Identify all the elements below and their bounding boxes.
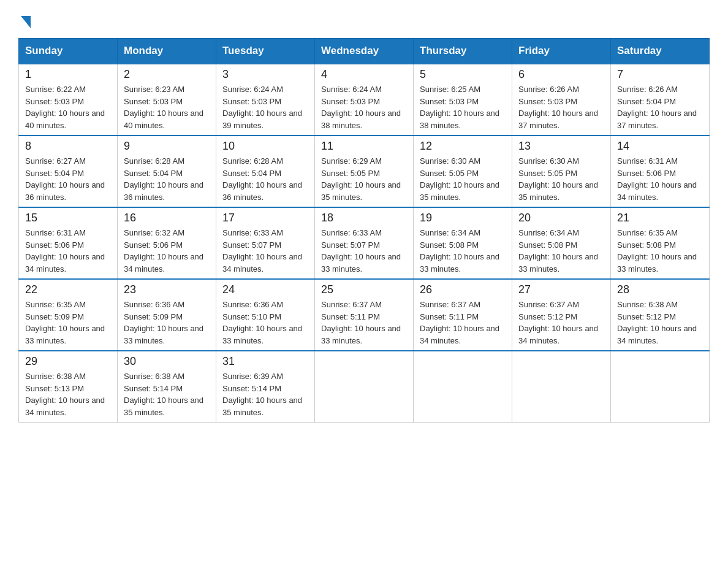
calendar-week-row: 8 Sunrise: 6:27 AM Sunset: 5:04 PM Dayli… xyxy=(19,136,710,207)
day-number: 13 xyxy=(518,140,604,153)
calendar-cell: 23 Sunrise: 6:36 AM Sunset: 5:09 PM Dayl… xyxy=(118,279,216,351)
calendar-cell: 29 Sunrise: 6:38 AM Sunset: 5:13 PM Dayl… xyxy=(19,351,118,423)
day-number: 7 xyxy=(617,68,703,81)
day-number: 31 xyxy=(222,355,308,368)
logo-arrow-icon xyxy=(21,16,31,28)
calendar-cell xyxy=(512,351,611,423)
calendar-cell: 27 Sunrise: 6:37 AM Sunset: 5:12 PM Dayl… xyxy=(512,279,611,351)
calendar-header-row: SundayMondayTuesdayWednesdayThursdayFrid… xyxy=(19,39,710,64)
calendar-cell: 14 Sunrise: 6:31 AM Sunset: 5:06 PM Dayl… xyxy=(611,136,710,207)
day-number: 15 xyxy=(25,212,111,224)
day-info: Sunrise: 6:30 AM Sunset: 5:05 PM Dayligh… xyxy=(518,155,604,203)
day-number: 11 xyxy=(321,140,407,153)
day-number: 23 xyxy=(124,283,210,296)
day-info: Sunrise: 6:37 AM Sunset: 5:11 PM Dayligh… xyxy=(420,299,506,347)
calendar-cell: 7 Sunrise: 6:26 AM Sunset: 5:04 PM Dayli… xyxy=(611,64,710,136)
day-info: Sunrise: 6:28 AM Sunset: 5:04 PM Dayligh… xyxy=(222,155,308,203)
day-number: 30 xyxy=(124,355,210,368)
day-info: Sunrise: 6:38 AM Sunset: 5:13 PM Dayligh… xyxy=(25,370,111,418)
calendar-week-row: 1 Sunrise: 6:22 AM Sunset: 5:03 PM Dayli… xyxy=(19,64,710,136)
day-info: Sunrise: 6:26 AM Sunset: 5:03 PM Dayligh… xyxy=(518,83,604,131)
day-number: 3 xyxy=(222,68,308,81)
day-info: Sunrise: 6:37 AM Sunset: 5:11 PM Dayligh… xyxy=(321,299,407,347)
day-number: 12 xyxy=(420,140,506,153)
day-info: Sunrise: 6:27 AM Sunset: 5:04 PM Dayligh… xyxy=(25,155,111,203)
calendar-cell: 13 Sunrise: 6:30 AM Sunset: 5:05 PM Dayl… xyxy=(512,136,611,207)
day-number: 28 xyxy=(617,283,703,296)
calendar-cell: 10 Sunrise: 6:28 AM Sunset: 5:04 PM Dayl… xyxy=(216,136,315,207)
day-number: 4 xyxy=(321,68,407,81)
day-number: 1 xyxy=(25,68,111,81)
calendar-week-row: 15 Sunrise: 6:31 AM Sunset: 5:06 PM Dayl… xyxy=(19,207,710,279)
day-number: 16 xyxy=(124,212,210,224)
calendar-cell: 11 Sunrise: 6:29 AM Sunset: 5:05 PM Dayl… xyxy=(315,136,414,207)
calendar-cell xyxy=(414,351,512,423)
calendar-cell: 22 Sunrise: 6:35 AM Sunset: 5:09 PM Dayl… xyxy=(19,279,118,351)
day-info: Sunrise: 6:33 AM Sunset: 5:07 PM Dayligh… xyxy=(321,227,407,275)
day-info: Sunrise: 6:29 AM Sunset: 5:05 PM Dayligh… xyxy=(321,155,407,203)
calendar-cell: 5 Sunrise: 6:25 AM Sunset: 5:03 PM Dayli… xyxy=(414,64,512,136)
calendar-cell: 24 Sunrise: 6:36 AM Sunset: 5:10 PM Dayl… xyxy=(216,279,315,351)
day-number: 29 xyxy=(25,355,111,368)
day-info: Sunrise: 6:31 AM Sunset: 5:06 PM Dayligh… xyxy=(617,155,703,203)
day-info: Sunrise: 6:22 AM Sunset: 5:03 PM Dayligh… xyxy=(25,83,111,131)
calendar-cell xyxy=(315,351,414,423)
day-info: Sunrise: 6:32 AM Sunset: 5:06 PM Dayligh… xyxy=(124,227,210,275)
calendar-cell: 16 Sunrise: 6:32 AM Sunset: 5:06 PM Dayl… xyxy=(118,207,216,279)
day-info: Sunrise: 6:36 AM Sunset: 5:09 PM Dayligh… xyxy=(124,299,210,347)
day-info: Sunrise: 6:31 AM Sunset: 5:06 PM Dayligh… xyxy=(25,227,111,275)
calendar-cell: 30 Sunrise: 6:38 AM Sunset: 5:14 PM Dayl… xyxy=(118,351,216,423)
day-number: 26 xyxy=(420,283,506,296)
calendar-cell: 19 Sunrise: 6:34 AM Sunset: 5:08 PM Dayl… xyxy=(414,207,512,279)
day-info: Sunrise: 6:36 AM Sunset: 5:10 PM Dayligh… xyxy=(222,299,308,347)
calendar-week-row: 29 Sunrise: 6:38 AM Sunset: 5:13 PM Dayl… xyxy=(19,351,710,423)
day-info: Sunrise: 6:24 AM Sunset: 5:03 PM Dayligh… xyxy=(222,83,308,131)
calendar-cell: 21 Sunrise: 6:35 AM Sunset: 5:08 PM Dayl… xyxy=(611,207,710,279)
day-info: Sunrise: 6:35 AM Sunset: 5:09 PM Dayligh… xyxy=(25,299,111,347)
day-info: Sunrise: 6:38 AM Sunset: 5:12 PM Dayligh… xyxy=(617,299,703,347)
header-sunday: Sunday xyxy=(19,39,118,64)
calendar-cell xyxy=(611,351,710,423)
calendar-cell: 1 Sunrise: 6:22 AM Sunset: 5:03 PM Dayli… xyxy=(19,64,118,136)
header-monday: Monday xyxy=(118,39,216,64)
day-info: Sunrise: 6:34 AM Sunset: 5:08 PM Dayligh… xyxy=(518,227,604,275)
header-wednesday: Wednesday xyxy=(315,39,414,64)
day-info: Sunrise: 6:25 AM Sunset: 5:03 PM Dayligh… xyxy=(420,83,506,131)
calendar-week-row: 22 Sunrise: 6:35 AM Sunset: 5:09 PM Dayl… xyxy=(19,279,710,351)
header-friday: Friday xyxy=(512,39,611,64)
day-number: 24 xyxy=(222,283,308,296)
header-saturday: Saturday xyxy=(611,39,710,64)
header-thursday: Thursday xyxy=(414,39,512,64)
calendar-cell: 31 Sunrise: 6:39 AM Sunset: 5:14 PM Dayl… xyxy=(216,351,315,423)
day-number: 19 xyxy=(420,212,506,224)
day-info: Sunrise: 6:24 AM Sunset: 5:03 PM Dayligh… xyxy=(321,83,407,131)
day-number: 14 xyxy=(617,140,703,153)
calendar-table: SundayMondayTuesdayWednesdayThursdayFrid… xyxy=(18,38,710,423)
calendar-cell: 25 Sunrise: 6:37 AM Sunset: 5:11 PM Dayl… xyxy=(315,279,414,351)
day-info: Sunrise: 6:23 AM Sunset: 5:03 PM Dayligh… xyxy=(124,83,210,131)
calendar-cell: 9 Sunrise: 6:28 AM Sunset: 5:04 PM Dayli… xyxy=(118,136,216,207)
page-header xyxy=(18,12,710,26)
calendar-cell: 2 Sunrise: 6:23 AM Sunset: 5:03 PM Dayli… xyxy=(118,64,216,136)
day-info: Sunrise: 6:30 AM Sunset: 5:05 PM Dayligh… xyxy=(420,155,506,203)
day-info: Sunrise: 6:38 AM Sunset: 5:14 PM Dayligh… xyxy=(124,370,210,418)
day-number: 2 xyxy=(124,68,210,81)
day-info: Sunrise: 6:39 AM Sunset: 5:14 PM Dayligh… xyxy=(222,370,308,418)
day-info: Sunrise: 6:34 AM Sunset: 5:08 PM Dayligh… xyxy=(420,227,506,275)
day-number: 22 xyxy=(25,283,111,296)
calendar-cell: 15 Sunrise: 6:31 AM Sunset: 5:06 PM Dayl… xyxy=(19,207,118,279)
day-number: 10 xyxy=(222,140,308,153)
logo xyxy=(18,12,31,26)
day-info: Sunrise: 6:35 AM Sunset: 5:08 PM Dayligh… xyxy=(617,227,703,275)
header-tuesday: Tuesday xyxy=(216,39,315,64)
calendar-cell: 26 Sunrise: 6:37 AM Sunset: 5:11 PM Dayl… xyxy=(414,279,512,351)
calendar-cell: 20 Sunrise: 6:34 AM Sunset: 5:08 PM Dayl… xyxy=(512,207,611,279)
day-info: Sunrise: 6:28 AM Sunset: 5:04 PM Dayligh… xyxy=(124,155,210,203)
day-number: 18 xyxy=(321,212,407,224)
day-info: Sunrise: 6:37 AM Sunset: 5:12 PM Dayligh… xyxy=(518,299,604,347)
day-number: 5 xyxy=(420,68,506,81)
calendar-cell: 17 Sunrise: 6:33 AM Sunset: 5:07 PM Dayl… xyxy=(216,207,315,279)
day-info: Sunrise: 6:26 AM Sunset: 5:04 PM Dayligh… xyxy=(617,83,703,131)
day-number: 9 xyxy=(124,140,210,153)
calendar-cell: 3 Sunrise: 6:24 AM Sunset: 5:03 PM Dayli… xyxy=(216,64,315,136)
